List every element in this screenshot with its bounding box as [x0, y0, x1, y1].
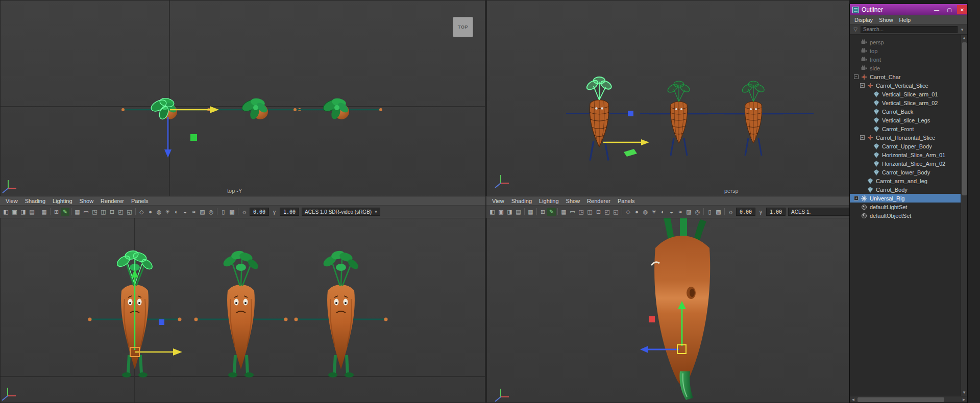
outliner-item-side[interactable]: side — [850, 64, 961, 72]
outliner-item-front[interactable]: front — [850, 55, 961, 64]
outliner-item-persp[interactable]: persp — [850, 38, 961, 46]
use-all-lights-icon[interactable]: ☀ — [163, 208, 172, 216]
menu-display[interactable]: Display — [851, 16, 876, 23]
manipulator-x-arrowhead[interactable] — [210, 106, 219, 113]
motion-blur-icon[interactable]: ≈ — [676, 208, 684, 216]
two-d-pan-zoom-icon[interactable]: ⊞ — [538, 208, 547, 216]
outliner-item-Carrot_Char[interactable]: −Carrot_Char — [850, 72, 961, 81]
viewport-closeup-canvas[interactable] — [487, 218, 849, 403]
outliner-item-Carrot_Body[interactable]: Carrot_Body — [850, 185, 961, 194]
minimize-button[interactable]: — — [932, 5, 942, 14]
scroll-track[interactable] — [856, 397, 961, 402]
menu-help[interactable]: Help — [896, 16, 914, 23]
menu-panels[interactable]: Panels — [128, 197, 152, 205]
carrot-character-2-topview[interactable] — [212, 97, 301, 120]
outliner-item-Vertical_slice_Legs[interactable]: Vertical_slice_Legs — [850, 116, 961, 124]
shadows-icon[interactable]: ◐ — [658, 208, 667, 216]
depth-of-field-icon[interactable]: ◎ — [207, 208, 215, 216]
menu-lighting[interactable]: Lighting — [535, 197, 562, 205]
select-camera-icon[interactable]: ◧ — [2, 208, 10, 216]
carrot-character-2-front[interactable] — [194, 249, 288, 377]
gamma-field[interactable] — [766, 208, 786, 216]
exposure-icon[interactable]: ☼ — [240, 208, 249, 216]
menu-show[interactable]: Show — [876, 16, 896, 23]
image-plane-icon[interactable]: ▦ — [40, 208, 48, 216]
outliner-item-Horizontal_Slice_Arm_02[interactable]: Horizontal_Slice_Arm_02 — [850, 159, 961, 168]
scroll-left-icon[interactable]: ◄ — [850, 396, 856, 403]
exposure-field[interactable] — [250, 208, 269, 216]
textured-icon[interactable]: ◍ — [641, 208, 650, 216]
menu-show[interactable]: Show — [562, 197, 584, 205]
manipulator-x-arrowhead[interactable] — [641, 139, 649, 145]
search-input[interactable] — [861, 26, 958, 33]
gamma-icon[interactable]: γ — [270, 208, 279, 216]
scroll-track[interactable] — [962, 41, 967, 389]
outliner-item-Carrot_Front[interactable]: Carrot_Front — [850, 124, 961, 133]
carrot-character-3-wire[interactable] — [724, 81, 783, 156]
manipulator-z-arrowhead[interactable] — [164, 149, 172, 158]
film-gate-icon[interactable]: ▭ — [568, 208, 577, 216]
outliner-item-Universal_Rig[interactable]: +Universal_Rig — [850, 194, 961, 203]
scroll-thumb[interactable] — [857, 397, 944, 402]
screen-space-ao-icon[interactable]: ◒ — [667, 208, 676, 216]
shadows-icon[interactable]: ◐ — [172, 208, 181, 216]
menu-renderer[interactable]: Renderer — [97, 197, 128, 205]
grease-pencil-icon[interactable]: ✎ — [61, 208, 69, 216]
menu-view[interactable]: View — [488, 197, 508, 205]
field-chart-icon[interactable]: ⊡ — [594, 208, 603, 216]
viewport-persp-canvas[interactable] — [487, 1, 849, 196]
smooth-shade-icon[interactable]: ● — [632, 208, 641, 216]
image-plane-icon[interactable]: ▦ — [526, 208, 535, 216]
manipulator-plane-handle[interactable] — [649, 316, 655, 322]
menu-show[interactable]: Show — [76, 197, 97, 205]
outliner-item-defaultObjectSet[interactable]: defaultObjectSet — [850, 211, 961, 220]
viewport-persp[interactable]: persp — [486, 0, 849, 196]
manipulator-plane-handle[interactable] — [159, 319, 164, 325]
outliner-item-defaultLightSet[interactable]: defaultLightSet — [850, 203, 961, 211]
move-manipulator[interactable] — [603, 111, 649, 157]
outliner-item-Carrot_lower_Body[interactable]: Carrot_lower_Body — [850, 168, 961, 177]
scroll-down-icon[interactable]: ▼ — [961, 389, 968, 396]
safe-action-icon[interactable]: ◰ — [603, 208, 611, 216]
wireframe-icon[interactable]: ◇ — [624, 208, 632, 216]
gamma-field[interactable] — [280, 208, 299, 216]
screen-space-ao-icon[interactable]: ◒ — [181, 208, 189, 216]
lock-camera-icon[interactable]: ▣ — [10, 208, 19, 216]
outliner-item-Horizontal_Slice_Arm_01[interactable]: Horizontal_Slice_Arm_01 — [850, 150, 961, 159]
scroll-thumb[interactable] — [962, 42, 967, 195]
camera-attributes-icon[interactable]: ◨ — [505, 208, 514, 216]
wireframe-icon[interactable]: ◇ — [137, 208, 146, 216]
lock-camera-icon[interactable]: ▣ — [497, 208, 505, 216]
carrot-character-3-topview[interactable] — [293, 97, 382, 120]
outliner-item-Carrot_Back[interactable]: Carrot_Back — [850, 107, 961, 116]
exposure-field[interactable] — [736, 208, 755, 216]
expander-plus-icon[interactable]: + — [854, 196, 859, 200]
outliner-item-Vertical_Slice_arm_01[interactable]: Vertical_Slice_arm_01 — [850, 90, 961, 98]
multisample-icon[interactable]: ▨ — [198, 208, 207, 216]
vertical-scrollbar[interactable]: ▲ ▼ — [961, 35, 967, 396]
carrot-character-3-front[interactable] — [295, 249, 388, 377]
outliner-item-Vertical_Slice_arm_02[interactable]: Vertical_Slice_arm_02 — [850, 98, 961, 107]
expander-minus-icon[interactable]: − — [860, 83, 865, 88]
field-chart-icon[interactable]: ⊡ — [108, 208, 116, 216]
outliner-item-Carrot_Horizontal_Slice[interactable]: −Carrot_Horizontal_Slice — [850, 133, 961, 142]
isolate-select-icon[interactable]: ▯ — [219, 208, 228, 216]
viewport-top[interactable]: TOP top -Y — [0, 0, 485, 196]
menu-shading[interactable]: Shading — [21, 197, 49, 205]
manipulator-plane-handle[interactable] — [190, 134, 197, 141]
isolate-select-icon[interactable]: ▯ — [705, 208, 714, 216]
gate-mask-icon[interactable]: ◫ — [585, 208, 594, 216]
exposure-icon[interactable]: ☼ — [726, 208, 735, 216]
close-button[interactable]: ✕ — [957, 5, 967, 14]
smooth-shade-icon[interactable]: ● — [146, 208, 155, 216]
two-d-pan-zoom-icon[interactable]: ⊞ — [52, 208, 61, 216]
gamma-icon[interactable]: γ — [756, 208, 765, 216]
filter-icon[interactable]: ▽ — [852, 26, 859, 33]
menu-shading[interactable]: Shading — [508, 197, 535, 205]
manipulator-x-arrowhead[interactable] — [640, 346, 648, 353]
grid-icon[interactable]: ▦ — [73, 208, 82, 216]
manipulator-plane-handle-blue[interactable] — [628, 111, 633, 116]
viewport-closeup[interactable] — [486, 218, 849, 403]
depth-of-field-icon[interactable]: ◎ — [693, 208, 702, 216]
bookmark-icon[interactable]: ▤ — [28, 208, 36, 216]
